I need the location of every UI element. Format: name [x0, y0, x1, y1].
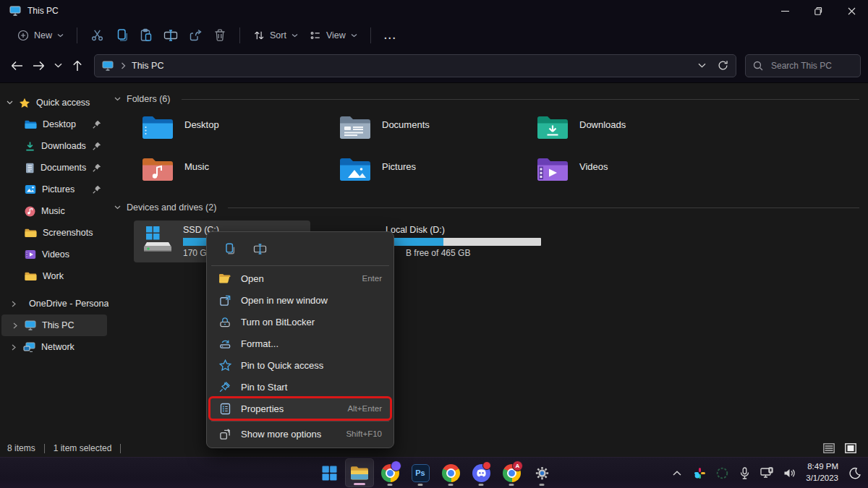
- large-icons-view-button[interactable]: [843, 442, 858, 455]
- sidebar-item-downloads[interactable]: Downloads: [0, 135, 109, 157]
- folders-section-header[interactable]: Folders (6): [109, 92, 868, 106]
- back-button[interactable]: [6, 55, 27, 77]
- details-view-button[interactable]: [822, 442, 836, 455]
- sidebar-item-videos[interactable]: Videos: [0, 244, 109, 265]
- recent-locations-button[interactable]: [49, 55, 67, 77]
- context-menu-item-show-more-options[interactable]: Show more options Shift+F10: [210, 423, 391, 445]
- sidebar-item-label: This PC: [42, 320, 74, 330]
- clock-date: 3/1/2023: [806, 473, 838, 484]
- pin-icon: [93, 142, 101, 150]
- sort-button[interactable]: Sort: [247, 26, 304, 45]
- documents-folder-icon: [339, 115, 372, 141]
- close-button[interactable]: [835, 0, 868, 22]
- context-menu-item-open[interactable]: Open Enter: [210, 267, 391, 289]
- chevron-down-icon[interactable]: [0, 100, 19, 105]
- context-menu-item-pin-to-quick-access[interactable]: Pin to Quick access: [210, 354, 391, 376]
- context-menu-item-properties[interactable]: Properties Alt+Enter: [210, 398, 391, 419]
- tray-volume[interactable]: [780, 463, 798, 483]
- delete-button[interactable]: [208, 25, 232, 46]
- context-menu-item-pin-to-start[interactable]: Pin to Start: [210, 376, 391, 398]
- start-button[interactable]: [315, 458, 344, 487]
- sidebar-item-pictures[interactable]: Pictures: [0, 179, 109, 200]
- sidebar-item-documents[interactable]: Documents: [0, 157, 109, 179]
- window-title: This PC: [27, 6, 59, 16]
- address-bar[interactable]: This PC: [94, 54, 736, 77]
- folder-tile-pictures[interactable]: Pictures: [339, 157, 536, 187]
- folder-label: Music: [184, 161, 209, 187]
- more-options-button[interactable]: ...: [378, 25, 403, 46]
- taskbar-clock[interactable]: 8:49 PM 3/1/2023: [806, 461, 838, 484]
- restore-button[interactable]: [801, 0, 835, 22]
- breadcrumb-this-pc[interactable]: This PC: [132, 61, 163, 71]
- folder-tile-downloads[interactable]: Downloads: [536, 115, 733, 145]
- cut-button[interactable]: [85, 25, 109, 46]
- context-menu-item-open-new-window[interactable]: Open in new window: [210, 289, 391, 311]
- sidebar-item-this-pc[interactable]: This PC: [1, 314, 107, 336]
- up-button[interactable]: [67, 55, 88, 77]
- folder-tile-videos[interactable]: Videos: [536, 157, 733, 187]
- folder-tile-desktop[interactable]: Desktop: [141, 115, 339, 145]
- pictures-folder-icon: [339, 157, 372, 183]
- share-button[interactable]: [183, 25, 208, 46]
- sidebar-item-network[interactable]: Network: [0, 336, 109, 358]
- view-button[interactable]: View: [304, 26, 363, 45]
- search-input[interactable]: [770, 60, 852, 72]
- sidebar-item-desktop[interactable]: Desktop: [0, 114, 109, 135]
- sidebar-item-work[interactable]: Work: [0, 265, 109, 287]
- sidebar-item-onedrive[interactable]: OneDrive - Personal: [0, 293, 109, 314]
- drives-section-title: Devices and drives (2): [127, 202, 216, 213]
- speaker-icon: [783, 468, 796, 479]
- divider: [211, 265, 389, 266]
- taskbar-discord[interactable]: [467, 458, 495, 487]
- night-mode-button[interactable]: [846, 463, 864, 483]
- sidebar-item-music[interactable]: Music: [0, 200, 109, 222]
- taskbar-chrome-profile[interactable]: [375, 458, 404, 487]
- address-dropdown-chevron-icon[interactable]: [698, 63, 706, 68]
- taskbar-settings[interactable]: [527, 458, 556, 487]
- running-indicator: [388, 484, 393, 486]
- chevron-right-icon[interactable]: [6, 322, 25, 329]
- microphone-icon: [740, 467, 749, 479]
- sidebar-item-label: OneDrive - Personal: [29, 299, 111, 309]
- chevron-right-icon[interactable]: [4, 301, 23, 307]
- rename-button[interactable]: [158, 25, 183, 46]
- large-icons-view-icon: [845, 443, 856, 453]
- context-menu-item-turn-on-bitlocker[interactable]: Turn on BitLocker: [210, 311, 391, 333]
- new-button[interactable]: New: [12, 26, 69, 45]
- sidebar-item-quick-access[interactable]: Quick access: [0, 92, 109, 114]
- taskbar-chrome-alt[interactable]: A: [497, 458, 526, 487]
- search-box[interactable]: [745, 54, 861, 77]
- taskbar-file-explorer[interactable]: [345, 458, 374, 487]
- drives-section-header[interactable]: Devices and drives (2): [109, 200, 868, 215]
- hidden-icons-chevron[interactable]: [668, 463, 686, 483]
- sidebar-item-label: Work: [43, 271, 64, 281]
- tray-microphone[interactable]: [736, 463, 753, 483]
- divider: [211, 421, 389, 421]
- context-menu-item-format[interactable]: Format...: [210, 333, 391, 354]
- tray-status-ring[interactable]: [713, 463, 731, 483]
- titlebar: This PC: [0, 0, 868, 22]
- folder-tile-music[interactable]: Music: [141, 157, 339, 187]
- sidebar-item-screenshots[interactable]: Screenshots: [0, 222, 109, 244]
- taskbar-chrome[interactable]: [436, 458, 465, 487]
- copy-button[interactable]: [109, 25, 134, 46]
- tray-network[interactable]: [758, 463, 775, 483]
- status-bar: 8 items 1 item selected: [0, 440, 868, 457]
- taskbar-photoshop[interactable]: Ps: [406, 458, 435, 487]
- tray-slack[interactable]: [691, 463, 708, 483]
- folder-tile-documents[interactable]: Documents: [339, 115, 536, 145]
- copy-icon: [224, 242, 235, 255]
- refresh-icon[interactable]: [718, 60, 728, 71]
- folder-label: Pictures: [382, 161, 416, 187]
- photoshop-icon: Ps: [412, 464, 430, 482]
- chevron-right-icon[interactable]: [4, 344, 23, 351]
- music-icon: [25, 206, 35, 217]
- divider: [239, 27, 240, 43]
- minimize-button[interactable]: [768, 0, 801, 22]
- menu-item-shortcut: Alt+Enter: [347, 404, 382, 413]
- forward-button[interactable]: [27, 55, 49, 77]
- rename-button[interactable]: [249, 239, 271, 259]
- copy-button[interactable]: [218, 239, 240, 259]
- paste-button[interactable]: [134, 25, 158, 46]
- menu-item-label: Open: [241, 273, 362, 284]
